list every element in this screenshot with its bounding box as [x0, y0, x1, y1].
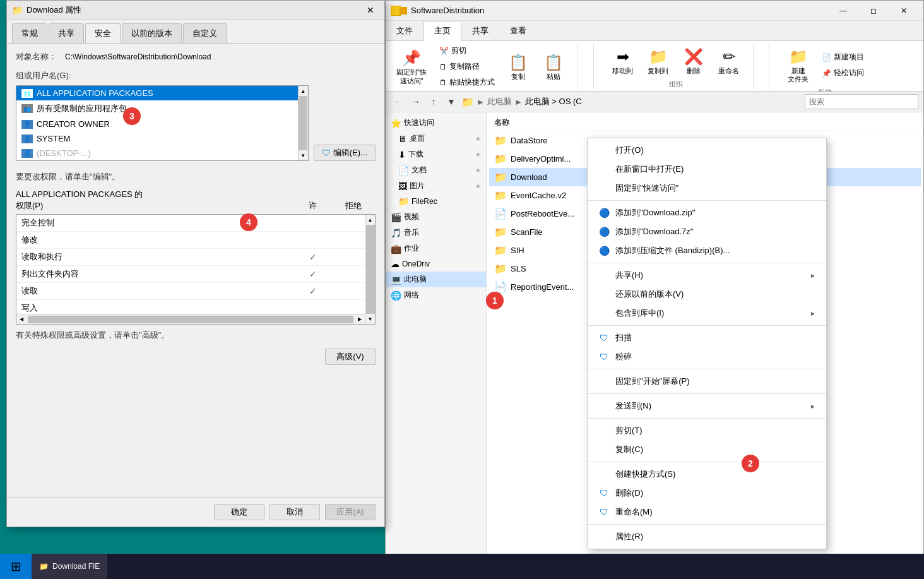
user-item-3[interactable]: 👤 SYSTEM	[16, 131, 308, 146]
tab-security[interactable]: 安全	[85, 23, 121, 43]
cm-pin-start[interactable]: 固定到"开始"屏幕(P)	[588, 372, 826, 391]
cm-create-shortcut[interactable]: 创建快捷方式(S)	[588, 465, 826, 484]
cm-sep5	[588, 393, 826, 394]
badge-4: 4	[240, 213, 258, 231]
cm-properties[interactable]: 属性(R)	[588, 527, 826, 546]
file-name-scanfile: ScanFile	[511, 227, 543, 237]
ok-button[interactable]: 确定	[214, 504, 264, 520]
sidebar-item-network[interactable]: 🌐 网络	[386, 287, 486, 303]
easy-access-icon: 📌	[822, 69, 831, 78]
sidebar-item-filerec[interactable]: 📁 FileRec	[386, 194, 486, 209]
taskbar-file-label: Download FIE	[52, 562, 100, 571]
h-scroll-right[interactable]: ▶	[355, 314, 365, 325]
apply-button[interactable]: 应用(A)	[325, 504, 376, 520]
edit-permissions-button[interactable]: 🛡 编辑(E)...	[314, 145, 376, 161]
tab-general[interactable]: 常规	[12, 23, 47, 43]
cm-library-arrow: ►	[810, 310, 816, 317]
copy-to-button[interactable]: 📁 复制到	[642, 44, 675, 78]
cm-add-bandizip[interactable]: 🔵 添加到压缩文件 (Bandizip)(B)...	[588, 241, 826, 260]
sidebar-item-work[interactable]: 💼 作业	[386, 241, 486, 256]
perm-scroll-up[interactable]: ▲	[365, 215, 376, 225]
cm-open[interactable]: 打开(O)	[588, 141, 826, 160]
sidebar-item-pictures[interactable]: 🖼 图片 ★	[386, 178, 486, 194]
user-icon-0: 👥	[21, 89, 33, 98]
dropdown-nav-button[interactable]: ▼	[444, 94, 459, 109]
scroll-up-button[interactable]: ▲	[298, 86, 308, 96]
cm-rename[interactable]: 🛡 重命名(M)	[588, 503, 826, 522]
tab-home[interactable]: 主页	[424, 21, 461, 41]
pin-button[interactable]: 📌 固定到"快速访问"	[391, 45, 432, 88]
scroll-down-button[interactable]: ▼	[298, 150, 308, 160]
cm-delete[interactable]: 🛡 删除(D)	[588, 484, 826, 503]
sidebar-item-desktop[interactable]: 🖥 桌面 ★	[386, 131, 486, 146]
sidebar-item-documents[interactable]: 📄 文档 ★	[386, 162, 486, 178]
cm-add-7z[interactable]: 🔵 添加到"Download.7z"	[588, 222, 826, 241]
cm-pin-quickaccess[interactable]: 固定到"快速访问"	[588, 179, 826, 198]
cm-restore[interactable]: 还原以前的版本(V)	[588, 285, 826, 304]
delete-button[interactable]: ❌ 删除	[677, 44, 710, 78]
start-button[interactable]: ⊞	[0, 554, 32, 579]
cm-open-new-window[interactable]: 在新窗口中打开(E)	[588, 160, 826, 179]
tab-file[interactable]: 文件	[386, 21, 424, 40]
close-button[interactable]: ✕	[889, 2, 918, 20]
copy-button[interactable]: ✂️ 剪切	[435, 44, 499, 58]
cm-share[interactable]: 共享(H) ►	[588, 266, 826, 285]
quickaccess-label: 快速访问	[404, 117, 434, 128]
cancel-button[interactable]: 取消	[270, 504, 320, 520]
pictures-label: 图片	[410, 181, 425, 191]
rename-button[interactable]: ✏ 重命名	[713, 44, 745, 78]
dialog-close-button[interactable]: ✕	[362, 3, 379, 17]
cm-add-zip[interactable]: 🔵 添加到"Download.zip"	[588, 203, 826, 222]
cm-send-to[interactable]: 发送到(N) ►	[588, 397, 826, 415]
paste-shortcut-button[interactable]: 🗒 粘贴快捷方式	[435, 75, 499, 90]
tab-share[interactable]: 共享	[49, 23, 84, 43]
cm-cut[interactable]: 剪切(T)	[588, 421, 826, 440]
tab-custom[interactable]: 自定义	[183, 23, 227, 43]
cm-copy[interactable]: 复制(C)	[588, 440, 826, 459]
tab-view[interactable]: 查看	[499, 21, 537, 40]
new-item-icon: 📄	[822, 53, 831, 62]
sidebar-item-thispc[interactable]: 💻 此电脑	[386, 272, 486, 287]
back-button[interactable]: ←	[391, 94, 406, 109]
user-item-4[interactable]: 👤 (DESKTOP-...)	[16, 146, 308, 160]
move-to-button[interactable]: ➡ 移动到	[607, 44, 639, 78]
cm-shred[interactable]: 🛡 粉碎	[588, 347, 826, 366]
cm-include-library[interactable]: 包含到库中(I) ►	[588, 304, 826, 323]
minimize-button[interactable]: —	[829, 2, 858, 20]
work-icon: 💼	[391, 244, 401, 254]
user-item-2[interactable]: 👤 CREATOR OWNER	[16, 117, 308, 131]
sidebar-item-videos[interactable]: 🎬 视频	[386, 209, 486, 225]
scroll-thumb	[299, 96, 307, 150]
new-item-label: 新建项目	[834, 52, 864, 63]
taskbar-file-item[interactable]: 📁 Download FIE	[32, 554, 107, 579]
perm-scroll-down[interactable]: ▼	[365, 314, 376, 324]
new-folder-button[interactable]: 📁 新建文件夹	[782, 44, 815, 87]
object-label: 对象名称：	[16, 51, 60, 63]
h-scroll-left[interactable]: ◀	[16, 314, 27, 325]
perm-scrollbar: ▲ ▼	[365, 215, 375, 324]
advanced-button[interactable]: 高级(V)	[325, 349, 376, 365]
copy-path-button[interactable]: 🗒 复制路径	[435, 59, 499, 74]
tab-share[interactable]: 共享	[461, 21, 499, 40]
sidebar-item-quickaccess[interactable]: ⭐ 快速访问	[386, 115, 486, 131]
forward-button[interactable]: →	[408, 94, 424, 109]
music-label: 音乐	[404, 227, 419, 238]
maximize-button[interactable]: ◻	[859, 2, 888, 20]
perm-allow-3: ✓	[294, 269, 332, 279]
sidebar-item-music[interactable]: 🎵 音乐	[386, 225, 486, 241]
file-name-postrebooteve: PostRebootEve...	[511, 209, 574, 218]
sidebar-item-downloads[interactable]: ⬇ 下载 ★	[386, 146, 486, 162]
paste-label: 粘贴	[547, 73, 560, 81]
cm-scan[interactable]: 🛡 扫描	[588, 328, 826, 347]
easy-access-button[interactable]: 📌 轻松访问	[817, 66, 868, 80]
search-input[interactable]	[805, 94, 918, 109]
paste-button[interactable]: 📋 粘贴	[537, 49, 570, 84]
new-item-button[interactable]: 📄 新建项目	[817, 50, 868, 64]
up-button[interactable]: ↑	[426, 94, 441, 109]
copy-big-button[interactable]: 📋 复制	[502, 49, 535, 84]
sidebar-item-onedrive[interactable]: ☁ OneDriv	[386, 256, 486, 272]
user-item-0[interactable]: 👥 ALL APPLICATION PACKAGES	[16, 86, 308, 100]
user-item-1[interactable]: 👥 所有受限制的应用程序包	[16, 100, 308, 117]
tab-previous[interactable]: 以前的版本	[122, 23, 182, 43]
cm-scan-icon: 🛡	[598, 333, 610, 343]
